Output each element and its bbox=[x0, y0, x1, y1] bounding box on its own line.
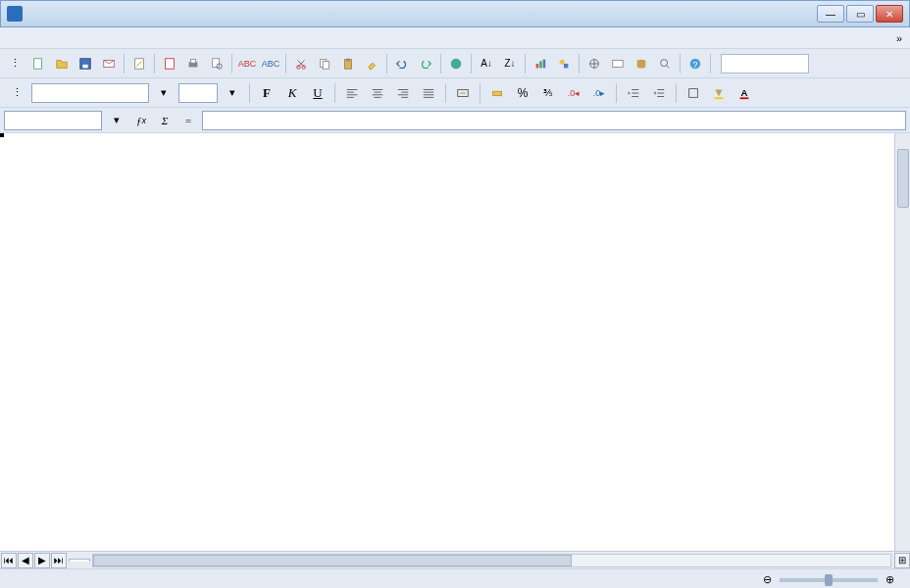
spellcheck-icon[interactable]: ABC bbox=[236, 53, 258, 74]
auto-spellcheck-icon[interactable]: ABC bbox=[260, 53, 281, 74]
scrollbar-thumb[interactable] bbox=[93, 555, 572, 566]
percent-icon[interactable]: % bbox=[512, 82, 533, 104]
horizontal-scrollbar[interactable] bbox=[92, 554, 891, 567]
new-doc-icon[interactable] bbox=[27, 53, 49, 74]
zoom-slider[interactable] bbox=[780, 578, 878, 582]
font-size-select[interactable] bbox=[178, 83, 218, 103]
zoom-icon[interactable] bbox=[654, 53, 676, 74]
show-draw-icon[interactable] bbox=[553, 53, 575, 74]
underline-button[interactable]: U bbox=[307, 82, 329, 104]
spreadsheet-area[interactable] bbox=[0, 133, 910, 551]
tab-prev-icon[interactable]: ◀ bbox=[18, 553, 33, 568]
increase-indent-icon[interactable] bbox=[648, 82, 670, 104]
align-right-icon[interactable] bbox=[392, 82, 414, 104]
split-icon[interactable]: ⊞ bbox=[894, 553, 910, 568]
sum-icon[interactable]: Σ bbox=[155, 111, 175, 130]
datasources-icon[interactable] bbox=[631, 53, 652, 74]
cell-reference-box[interactable] bbox=[4, 111, 102, 130]
hyperlink-icon[interactable] bbox=[445, 53, 467, 74]
add-decimal-icon[interactable]: .0◂ bbox=[563, 82, 584, 104]
font-name-select[interactable] bbox=[31, 83, 149, 103]
align-center-icon[interactable] bbox=[367, 82, 388, 104]
svg-rect-7 bbox=[190, 59, 195, 63]
save-icon[interactable] bbox=[75, 53, 96, 74]
menu-overflow-icon[interactable]: » bbox=[892, 30, 906, 46]
align-justify-icon[interactable] bbox=[418, 82, 439, 104]
font-name-dropdown-icon[interactable]: ▾ bbox=[153, 82, 175, 104]
pdf-icon[interactable] bbox=[159, 53, 180, 74]
print-icon[interactable] bbox=[182, 53, 204, 74]
format-paintbrush-icon[interactable] bbox=[361, 53, 382, 74]
svg-point-25 bbox=[661, 59, 668, 66]
merge-cells-icon[interactable] bbox=[452, 82, 474, 104]
cell-cursor bbox=[0, 133, 4, 137]
svg-rect-18 bbox=[539, 61, 542, 68]
bg-color-icon[interactable] bbox=[708, 82, 730, 104]
svg-rect-13 bbox=[323, 61, 329, 69]
sheet-tab[interactable] bbox=[69, 559, 90, 562]
svg-rect-31 bbox=[715, 97, 724, 99]
tab-last-icon[interactable]: ⏭ bbox=[51, 553, 67, 568]
bold-button[interactable]: F bbox=[256, 82, 278, 104]
gallery-icon[interactable] bbox=[607, 53, 629, 74]
undo-icon[interactable] bbox=[391, 53, 413, 74]
svg-rect-29 bbox=[493, 91, 502, 95]
decrease-indent-icon[interactable] bbox=[623, 82, 644, 104]
edit-icon[interactable] bbox=[128, 53, 150, 74]
equals-icon[interactable]: = bbox=[178, 111, 198, 130]
svg-rect-0 bbox=[34, 58, 42, 69]
app-icon bbox=[7, 6, 23, 22]
maximize-button[interactable]: ▭ bbox=[846, 5, 874, 23]
minimize-button[interactable]: — bbox=[817, 5, 844, 23]
chart-icon[interactable] bbox=[530, 53, 551, 74]
italic-button[interactable]: K bbox=[281, 82, 303, 104]
sort-asc-icon[interactable]: A↓ bbox=[476, 53, 497, 74]
copy-icon[interactable] bbox=[314, 53, 335, 74]
open-icon[interactable] bbox=[51, 53, 73, 74]
svg-rect-17 bbox=[536, 64, 539, 68]
title-bar: — ▭ ✕ bbox=[0, 0, 910, 27]
tab-next-icon[interactable]: ▶ bbox=[34, 553, 50, 568]
cut-icon[interactable] bbox=[290, 53, 312, 74]
print-preview-icon[interactable] bbox=[206, 53, 228, 74]
handle-icon[interactable]: ⋮ bbox=[4, 53, 25, 74]
svg-rect-8 bbox=[213, 58, 220, 67]
remove-decimal-icon[interactable]: .0▸ bbox=[588, 82, 610, 104]
zoom-out-icon[interactable]: ⊖ bbox=[763, 573, 772, 586]
svg-text:A: A bbox=[741, 86, 748, 97]
function-wizard-icon[interactable]: ƒx bbox=[131, 111, 151, 130]
close-button[interactable]: ✕ bbox=[876, 5, 903, 23]
vertical-scrollbar[interactable] bbox=[894, 133, 910, 551]
standard-toolbar: ⋮ ABC ABC A↓ Z↓ ? bbox=[0, 49, 910, 78]
sort-desc-icon[interactable]: Z↓ bbox=[499, 53, 521, 74]
navigator-icon[interactable] bbox=[583, 53, 605, 74]
svg-rect-2 bbox=[82, 64, 87, 68]
status-bar: ⊖ ⊕ bbox=[0, 568, 910, 588]
font-color-icon[interactable]: A bbox=[733, 82, 755, 104]
search-field[interactable] bbox=[721, 54, 809, 74]
svg-rect-33 bbox=[740, 97, 749, 99]
scrollbar-thumb[interactable] bbox=[897, 149, 909, 208]
zoom-in-icon[interactable]: ⊕ bbox=[885, 573, 894, 586]
align-left-icon[interactable] bbox=[341, 82, 363, 104]
help-icon[interactable]: ? bbox=[684, 53, 706, 74]
svg-rect-15 bbox=[346, 58, 350, 61]
borders-icon[interactable] bbox=[682, 82, 704, 104]
email-icon[interactable] bbox=[98, 53, 120, 74]
tab-first-icon[interactable]: ⏮ bbox=[1, 553, 17, 568]
svg-rect-30 bbox=[689, 88, 698, 97]
svg-rect-19 bbox=[543, 59, 546, 68]
standard-format-icon[interactable]: ⅗ bbox=[537, 82, 559, 104]
formula-input[interactable] bbox=[202, 111, 906, 130]
svg-rect-21 bbox=[564, 64, 568, 68]
svg-rect-5 bbox=[166, 58, 175, 69]
redo-icon[interactable] bbox=[415, 53, 436, 74]
cell-ref-dropdown-icon[interactable]: ▾ bbox=[106, 110, 127, 131]
handle-icon[interactable]: ⋮ bbox=[6, 82, 27, 104]
sheet-tab-bar: ⏮ ◀ ▶ ⏭ ⊞ bbox=[0, 551, 910, 568]
formula-bar: ▾ ƒx Σ = bbox=[0, 108, 910, 133]
svg-rect-23 bbox=[613, 60, 624, 67]
currency-icon[interactable] bbox=[486, 82, 508, 104]
font-size-dropdown-icon[interactable]: ▾ bbox=[222, 82, 243, 104]
paste-icon[interactable] bbox=[337, 53, 359, 74]
